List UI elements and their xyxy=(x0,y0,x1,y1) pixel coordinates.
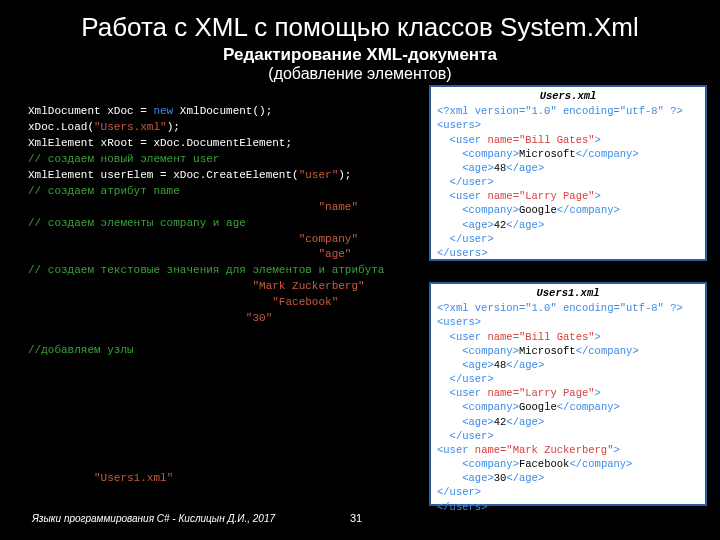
attr-val: Mark Zuckerberg xyxy=(513,444,608,456)
code-comment: // создаем атрибут name xyxy=(28,185,180,197)
xml-text: 42 xyxy=(494,416,507,428)
footer-text: Языки программирования C# - Кислицын Д.И… xyxy=(32,513,275,524)
code-comment: // создаем текстовые значения для элемен… xyxy=(28,264,384,276)
slide-subtitle: Редактирование XML-документа xyxy=(0,45,720,65)
xml-content: <?xml version="1.0" encoding="utf-8" ?> … xyxy=(437,104,699,260)
xml-text: Microsoft xyxy=(519,345,576,357)
xml-text: Facebook xyxy=(519,458,569,470)
xml-text: Microsoft xyxy=(519,148,576,160)
code-string: "Users1.xml" xyxy=(94,472,173,484)
code-keyword: new xyxy=(153,105,173,117)
code-comment: // создаем новый элемент user xyxy=(28,153,219,165)
code-string: "30" xyxy=(246,312,272,324)
box-title: Users1.xml xyxy=(437,286,699,300)
xml-decl: <?xml version="1.0" encoding="utf-8" ?> xyxy=(437,302,683,314)
code-string: "Mark Zuckerberg" xyxy=(252,280,364,292)
code-line: ); xyxy=(167,121,180,133)
code-block-left: XmlDocument xDoc = new XmlDocument(); xD… xyxy=(28,104,408,487)
page-number: 31 xyxy=(350,512,362,524)
slide: Работа с XML с помощью классов System.Xm… xyxy=(0,0,720,540)
code-line: XmlDocument xDoc = xyxy=(28,105,153,117)
xml-box-users1: Users1.xml <?xml version="1.0" encoding=… xyxy=(429,282,707,506)
code-string: "Facebook" xyxy=(272,296,338,308)
slide-subtitle2: (добавление элементов) xyxy=(0,65,720,83)
code-line: XmlDocument(); xyxy=(173,105,272,117)
xml-text: Google xyxy=(519,204,557,216)
xml-text: 48 xyxy=(494,359,507,371)
code-string: "age" xyxy=(318,248,351,260)
xml-text: 42 xyxy=(494,219,507,231)
code-comment: // создаем элементы company и age xyxy=(28,217,246,229)
xml-content: <?xml version="1.0" encoding="utf-8" ?> … xyxy=(437,301,699,514)
box-title: Users.xml xyxy=(437,89,699,103)
code-line: ); xyxy=(338,169,351,181)
attr-val: Larry Page xyxy=(525,190,588,202)
xml-box-users: Users.xml <?xml version="1.0" encoding="… xyxy=(429,85,707,261)
code-comment: //добавляем узлы xyxy=(28,344,134,356)
xml-decl: <?xml version="1.0" encoding="utf-8" ?> xyxy=(437,105,683,117)
code-string: "Users.xml" xyxy=(94,121,167,133)
code-string: "user" xyxy=(299,169,339,181)
code-string: "company" xyxy=(299,233,358,245)
xml-text: Google xyxy=(519,401,557,413)
xml-text: 48 xyxy=(494,162,507,174)
attr-val: Bill Gates xyxy=(525,134,588,146)
attr-val: Bill Gates xyxy=(525,331,588,343)
code-string: "name" xyxy=(318,201,358,213)
code-line: XmlElement xRoot = xDoc.DocumentElement; xyxy=(28,137,292,149)
code-line: xDoc.Load( xyxy=(28,121,94,133)
xml-text: 30 xyxy=(494,472,507,484)
attr-val: Larry Page xyxy=(525,387,588,399)
code-line: XmlElement userElem = xDoc.CreateElement… xyxy=(28,169,299,181)
slide-title: Работа с XML с помощью классов System.Xm… xyxy=(0,0,720,45)
